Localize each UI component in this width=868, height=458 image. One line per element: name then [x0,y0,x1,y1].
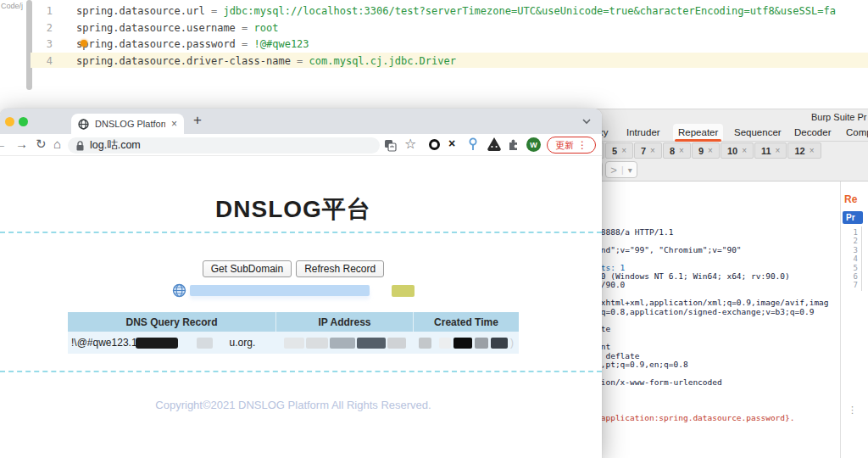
code-line[interactable]: spring.datasource.username = root [76,20,868,37]
globe-favicon-icon [78,119,89,130]
response-line-numbers: 1234567 [843,228,858,290]
table-header-row: DNS Query RecordIP AddressCreated Time [68,312,519,332]
dns-query-record-text: !\@#qwe123.1 [71,337,137,349]
item-tab-7[interactable]: 7× [634,142,662,159]
gutter-separator [861,226,862,291]
censored-time-blob [491,338,508,349]
forward-icon[interactable]: → [15,137,28,151]
close-icon[interactable]: × [742,146,747,155]
burp-tab-sequencer[interactable]: Sequencer [729,124,787,141]
item-tab-9[interactable]: 9× [692,142,720,159]
active-tab[interactable]: DNSLOG Platform × [71,114,184,134]
line-number: 1 [34,3,53,20]
paren-text: ) [510,337,514,349]
censored-ip-blob [330,338,355,349]
request-line: :application:spring.datasource.password}… [596,414,838,422]
burp-main-tabs: xyIntruderRepeaterSequencerDecoderComp [593,124,868,142]
dashed-divider [0,232,602,233]
lock-icon [76,141,84,151]
burp-request-pane: :8888/a HTTP/1.1 and";v="99", "Chromium"… [593,182,868,458]
properties-code[interactable]: spring.datasource.url = jdbc:mysql://loc… [76,3,868,70]
ring-icon [429,139,440,150]
censored-chip [392,285,415,297]
censored-time-blob [475,338,488,349]
line-number: 2 [34,20,53,37]
http-request-editor[interactable]: :8888/a HTTP/1.1 and";v="99", "Chromium"… [596,228,838,422]
request-line: x/90.0 [596,281,838,289]
home-icon[interactable]: ⌂ [53,137,61,151]
table-header-ip-address: IP Address [276,312,414,332]
request-line [596,405,838,413]
burp-tab-comp[interactable]: Comp [841,124,868,141]
next-request-button[interactable]: > | ▾ [605,161,637,178]
refresh-record-button[interactable]: Refresh Record [296,260,384,277]
translate-button[interactable] [384,134,397,156]
burp-tab-decoder[interactable]: Decoder [789,124,836,141]
code-line[interactable]: spring.datasource.url = jdbc:mysql://loc… [76,3,868,20]
close-icon[interactable]: × [650,146,655,155]
ide-breadcrumb: Code/j [1,2,23,10]
burp-repeater-item-tabs: ×5×7×8×9×10×11×12× [593,142,821,159]
response-line-number: 4 [843,254,858,263]
address-bar[interactable]: log.咕.com [68,137,380,154]
line-number-gutter: 1234 [34,3,53,70]
tab-title: DNSLOG Platform [95,119,165,129]
censored-ip-blob [387,338,406,349]
close-icon[interactable]: × [776,146,781,155]
request-line [596,254,838,263]
puzzle-icon [507,138,520,151]
response-line-number: 5 [843,264,858,272]
new-tab-button[interactable]: + [193,112,202,129]
line-number: 3 [34,36,53,53]
close-icon[interactable]: × [708,146,713,155]
browser-toolbar: ← → ↻ ⌂ log.咕.com ☆ [0,134,602,156]
code-line[interactable]: spring.datasource.driver-class-name = co… [76,53,868,70]
response-line-number: 3 [843,246,858,254]
item-tab-10[interactable]: 10× [721,142,754,159]
burp-tab-repeater[interactable]: Repeater [673,124,723,141]
item-tab-11[interactable]: 11× [754,142,787,159]
item-tab-12[interactable]: 12× [787,142,821,159]
pretty-tab[interactable]: Pr [843,211,863,224]
fullscreen-traffic-light[interactable] [19,117,28,126]
censored-time-blob [419,338,431,349]
close-icon[interactable]: × [810,146,815,155]
response-line-number: 1 [843,228,858,237]
item-tab-5[interactable]: 5× [605,142,633,159]
browser-tab-strip: DNSLOG Platform × + [0,109,602,134]
ide-scrollbar-thumb[interactable] [26,0,32,90]
tab-list-chevron-icon[interactable] [581,118,592,125]
editor-caret [81,40,87,47]
tab-close-icon[interactable]: × [171,118,177,130]
request-line: and";v="99", "Chromium";v="90" [596,246,838,254]
close-icon[interactable]: × [621,146,626,155]
burp-tab-intruder[interactable]: Intruder [621,124,665,141]
response-line-number: 2 [843,237,858,245]
page-title: DNSLOG平台 [0,193,587,226]
back-icon[interactable]: ← [0,137,7,151]
minimize-traffic-light[interactable] [5,117,14,126]
item-tab-8[interactable]: 8× [663,142,691,159]
censored-subdomain-value[interactable] [190,285,370,296]
screen: Code/j 1234 spring.datasource.url = jdbc… [0,0,868,458]
mask-icon [487,137,502,151]
dashed-divider [0,371,602,372]
close-icon[interactable]: × [679,146,684,155]
pane-separator[interactable] [840,182,841,458]
reload-icon[interactable]: ↻ [36,137,47,152]
pin-icon [469,137,477,152]
code-line[interactable]: spring.datasource.password = !@#qwe123 [76,36,868,53]
subdomain-row [0,283,587,298]
more-options-dots-icon[interactable]: ⋮ [848,405,857,416]
request-line: R,pt;q=0.9,en;q=0.8 [596,360,838,369]
browser-window: DNSLOG Platform × + ← → ↻ ⌂ log.咕.com [0,109,602,458]
burp-suite-window: Burp Suite Pr xyIntruderRepeaterSequence… [593,109,868,458]
request-line [596,316,838,325]
censored-time-blob [439,338,451,349]
censored-ip-blob [357,338,386,349]
get-subdomain-button[interactable]: Get SubDomain [203,260,292,277]
request-line: ;q=0.8,application/signed-exchange;v=b3;… [596,308,838,316]
bookmark-star-icon[interactable]: ☆ [404,136,416,158]
response-pane-label: Re [844,193,857,205]
request-line: :8888/a HTTP/1.1 [596,228,838,237]
